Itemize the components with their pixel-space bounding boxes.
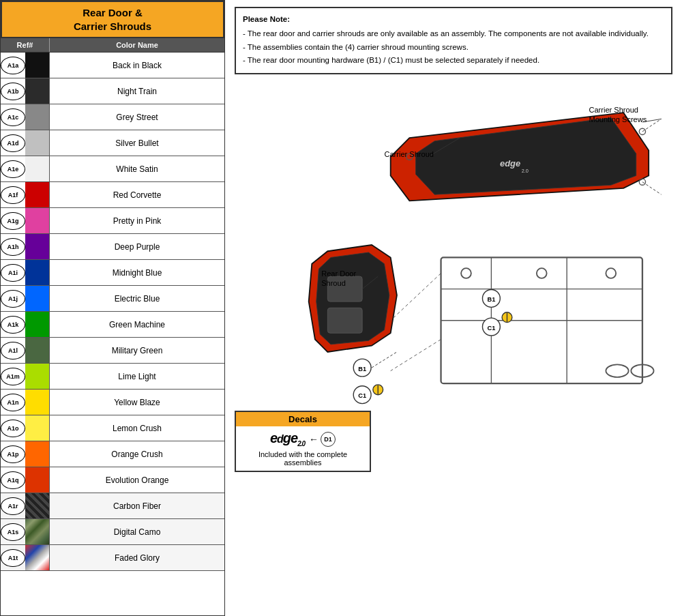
color-swatch-cell: A1e [1,156,50,181]
list-item: A1sDigital Camo [1,519,224,545]
color-swatch-cell: A1k [1,312,50,337]
color-swatch-cell: A1r [1,493,50,518]
carrier-shroud-label: Carrier Shroud [384,150,434,158]
svg-line-22 [391,274,441,321]
color-swatch [25,338,49,363]
d1-badge: D1 [321,432,336,447]
color-rows: A1aBack in BlackA1bNight TrainA1cGrey St… [1,53,224,571]
color-name: Midnight Blue [50,260,224,285]
ref-badge: A1k [1,316,25,334]
color-name: Orange Crush [50,441,224,467]
list-item: A1kGreen Machine [1,312,224,338]
section-title: Rear Door & Carrier Shrouds [1,1,224,38]
svg-point-20 [606,364,628,377]
list-item: A1gPretty in Pink [1,208,224,234]
color-name: Back in Black [50,53,224,78]
color-swatch-cell: A1q [1,467,50,493]
list-item: A1tFaded Glory [1,545,224,571]
ref-badge: A1s [1,523,25,541]
ref-badge: A1t [1,549,25,567]
color-name: Military Green [50,338,224,363]
color-swatch [25,364,49,389]
decals-header: Decals [236,412,370,426]
color-swatch [25,208,49,233]
list-item: A1fRed Corvette [1,182,224,208]
color-name: Lime Light [50,364,224,389]
color-swatch [25,519,49,544]
ref-badge: A1l [1,342,25,360]
color-swatch-cell: A1d [1,130,50,156]
color-swatch-cell: A1s [1,519,50,544]
list-item: A1pOrange Crush [1,441,224,467]
color-name: Faded Glory [50,545,224,570]
ref-badge: A1d [1,134,25,152]
color-swatch-cell: A1p [1,441,50,467]
ref-badge: A1f [1,186,25,204]
color-swatch [25,53,49,78]
ref-badge: A1g [1,212,25,230]
color-swatch [25,467,49,493]
decals-sub: Included with the completeassemblies [243,450,363,467]
note-line: - The rear door and carrier shrouds are … [243,28,664,40]
parts-diagram: edge 2.0 Carrier Shroud Carrier Shroud M… [235,81,672,409]
note-title: Please Note: [243,14,664,25]
color-swatch [25,545,49,570]
screws-label-line1: Carrier Shroud [589,106,638,114]
color-name: Carbon Fiber [50,493,224,518]
ref-badge: A1e [1,160,25,178]
color-swatch [25,130,49,156]
ref-badge: A1b [1,83,25,100]
screws-label-line2: Mounting Screws [589,115,647,123]
list-item: A1dSilver Bullet [1,130,224,156]
ref-badge: A1j [1,290,25,308]
color-swatch [25,441,49,467]
svg-text:2.0: 2.0 [522,168,529,174]
color-swatch [25,260,49,285]
color-swatch-cell: A1c [1,104,50,130]
ref-badge: A1r [1,497,25,515]
c1-label-lower: C1 [358,392,366,399]
ref-badge: A1p [1,445,25,463]
list-item: A1aBack in Black [1,53,224,78]
list-item: A1qEvolution Orange [1,467,224,493]
ref-header: Ref# [1,38,50,52]
list-item: A1cGrey Street [1,104,224,130]
color-name: Grey Street [50,104,224,130]
color-table: Rear Door & Carrier Shrouds Ref# Color N… [0,0,225,616]
decals-box: Decals edge2.0 ← D1 Included with the co… [235,411,371,472]
color-name: Pretty in Pink [50,208,224,233]
svg-point-3 [639,128,645,134]
note-line: - The assemblies contain the (4) carrier… [243,42,664,53]
c1-label-upper: C1 [487,325,495,332]
color-swatch-cell: A1m [1,364,50,389]
note-box: Please Note: - The rear door and carrier… [235,7,672,74]
color-name: Night Train [50,78,224,104]
color-swatch-cell: A1n [1,390,50,415]
right-panel: Please Note: - The rear door and carrier… [225,0,682,616]
color-name: Red Corvette [50,182,224,207]
ref-badge: A1n [1,394,25,411]
color-swatch [25,493,49,518]
color-swatch-cell: A1i [1,260,50,285]
color-name: Lemon Crush [50,415,224,441]
color-swatch [25,78,49,104]
color-header: Color Name [50,38,224,52]
svg-point-17 [461,268,471,278]
svg-point-18 [537,268,547,278]
color-swatch-cell: A1b [1,78,50,104]
color-swatch [25,286,49,311]
svg-point-4 [639,179,645,185]
color-swatch [25,234,49,259]
list-item: A1iMidnight Blue [1,260,224,286]
color-swatch-cell: A1o [1,415,50,441]
color-swatch-cell: A1g [1,208,50,233]
color-name: Digital Camo [50,519,224,544]
color-swatch-cell: A1a [1,53,50,78]
svg-rect-10 [327,308,362,333]
svg-text:edge: edge [500,158,520,168]
list-item: A1bNight Train [1,78,224,104]
d1-arrow: ← D1 [309,432,336,447]
decals-logo-text: edge2.0 [270,430,305,448]
svg-line-26 [372,352,397,368]
color-swatch-cell: A1h [1,234,50,259]
